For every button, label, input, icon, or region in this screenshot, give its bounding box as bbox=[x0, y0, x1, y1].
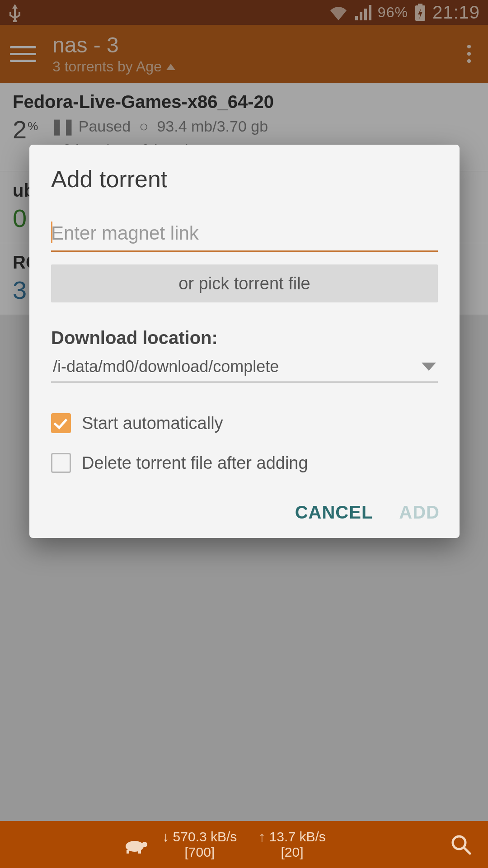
start-automatically-option[interactable]: Start automatically bbox=[51, 413, 438, 433]
delete-after-add-option[interactable]: Delete torrent file after adding bbox=[51, 453, 438, 473]
cancel-button[interactable]: CANCEL bbox=[295, 502, 373, 523]
dialog-title: Add torrent bbox=[51, 165, 438, 193]
svg-rect-4 bbox=[127, 850, 129, 854]
checkbox-checked-icon bbox=[51, 413, 71, 433]
add-torrent-dialog: Add torrent or pick torrent file Downloa… bbox=[29, 145, 460, 538]
svg-point-3 bbox=[142, 842, 147, 847]
global-download-speed[interactable]: ↓ 570.3 kB/s [700] bbox=[162, 829, 237, 860]
magnet-link-input[interactable] bbox=[51, 220, 438, 252]
option-label: Start automatically bbox=[82, 414, 223, 433]
svg-rect-5 bbox=[138, 850, 141, 854]
dropdown-caret-icon bbox=[422, 363, 436, 371]
add-button[interactable]: ADD bbox=[399, 502, 440, 523]
pick-torrent-file-button[interactable]: or pick torrent file bbox=[51, 264, 438, 302]
download-location-select[interactable]: /i-data/md0/download/complete bbox=[51, 354, 438, 382]
global-upload-speed[interactable]: ↑ 13.7 kB/s [20] bbox=[258, 829, 325, 860]
bottom-status-bar: ↓ 570.3 kB/s [700] ↑ 13.7 kB/s [20] bbox=[0, 821, 488, 868]
download-location-value: /i-data/md0/download/complete bbox=[53, 357, 279, 376]
svg-line-7 bbox=[464, 848, 470, 854]
turtle-mode-icon[interactable] bbox=[122, 831, 149, 858]
option-label: Delete torrent file after adding bbox=[82, 453, 308, 473]
search-icon[interactable] bbox=[447, 831, 474, 858]
download-location-label: Download location: bbox=[51, 328, 438, 348]
checkbox-unchecked-icon bbox=[51, 453, 71, 473]
